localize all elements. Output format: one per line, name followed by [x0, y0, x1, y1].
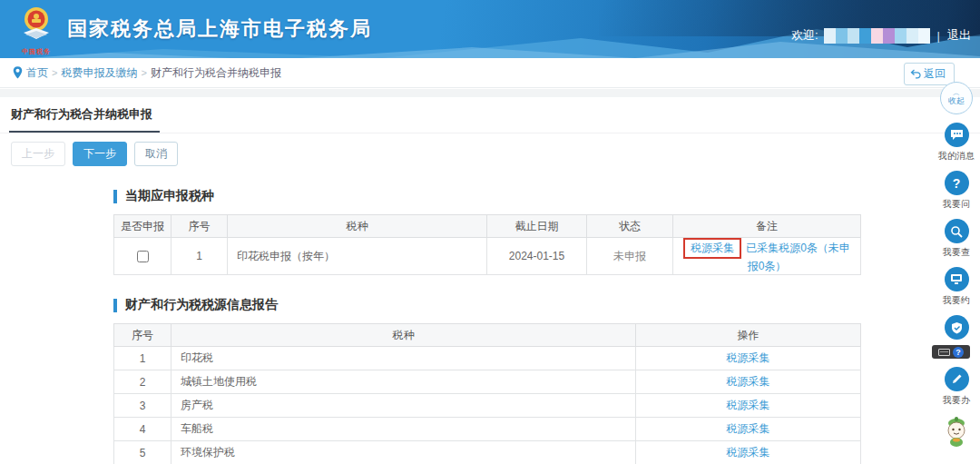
sidebar-item-search[interactable]: 我要查 — [943, 219, 970, 259]
col-seq: 序号 — [114, 324, 172, 347]
sidebar-item-label: 我要问 — [943, 198, 970, 211]
welcome-label: 欢迎: — [791, 27, 818, 44]
redacted-name — [824, 28, 930, 44]
national-emblem-icon — [16, 4, 56, 44]
status-cell: 未申报 — [587, 238, 673, 275]
col-tax-type: 税种 — [172, 324, 636, 347]
tab-bar: 财产和行为税合并纳税申报 — [0, 97, 980, 133]
cancel-button[interactable]: 取消 — [134, 142, 178, 166]
sidebar-item-label: 我的消息 — [938, 150, 975, 163]
collapse-sidebar-button[interactable]: ︿ 收起 — [940, 82, 973, 114]
table-header-row: 是否申报 序号 税种 截止日期 状态 备注 — [114, 215, 861, 238]
table-row: 1 印花税申报（按年） 2024-01-15 未申报 税源采集已采集税源0条（未… — [114, 238, 861, 275]
tax-type-cell: 城镇土地使用税 — [172, 370, 636, 394]
section-marker — [113, 299, 117, 312]
sidebar-item-messages[interactable]: 我的消息 — [938, 123, 975, 163]
tax-type-cell: 车船税 — [172, 418, 636, 441]
sidebar-item-label: 我要办 — [943, 394, 970, 407]
tab-property-behavior-tax[interactable]: 财产和行为税合并纳税申报 — [9, 97, 160, 133]
seq-cell: 1 — [114, 347, 172, 370]
table-row: 4 车船税 税源采集 — [114, 418, 861, 441]
seq-cell: 5 — [114, 441, 172, 464]
col-seq: 序号 — [172, 215, 228, 238]
current-period-table: 是否申报 序号 税种 截止日期 状态 备注 1 印花税申报（按年） 2024-0… — [113, 214, 861, 275]
seq-cell: 2 — [114, 370, 172, 394]
section-title: 当期应申报税种 — [125, 188, 214, 204]
next-step-button[interactable]: 下一步 — [73, 142, 127, 166]
table-row: 5 环境保护税 税源采集 — [114, 441, 861, 464]
breadcrumb: 首页 > 税费申报及缴纳 > 财产和行为税合并纳税申报 返回 — [0, 58, 980, 88]
col-declare: 是否申报 — [114, 215, 172, 238]
declare-checkbox[interactable] — [137, 251, 149, 262]
section-current-period: 当期应申报税种 — [113, 188, 980, 204]
table-row: 3 房产税 税源采集 — [114, 394, 861, 418]
breadcrumb-declare[interactable]: 税费申报及缴纳 — [61, 65, 137, 81]
main-content: 财产和行为税合并纳税申报 上一步 下一步 取消 当期应申报税种 是否申报 序号 … — [0, 97, 980, 464]
question-icon: ? — [945, 171, 969, 195]
seq-cell: 1 — [172, 238, 228, 275]
tax-type-cell: 印花税 — [172, 347, 636, 370]
highlight-annotation-box: 税源采集 — [683, 238, 741, 259]
user-area: 欢迎: | 退出 — [791, 27, 971, 44]
collected-count-link[interactable]: 已采集税源0条（未申报0条） — [746, 242, 850, 272]
section-title: 财产和行为税税源信息报告 — [125, 297, 278, 313]
back-label: 返回 — [924, 66, 946, 82]
tax-source-table: 序号 税种 操作 1 印花税 税源采集 2 城镇土地使用税 税源采集 3 房产税… — [113, 323, 861, 464]
table-row: 2 城镇土地使用税 税源采集 — [114, 370, 861, 394]
app-header: 中国税务 国家税务总局上海市电子税务局 欢迎: | 退出 — [0, 0, 980, 58]
tax-type-cell: 印花税申报（按年） — [228, 238, 487, 275]
col-deadline: 截止日期 — [487, 215, 587, 238]
tax-source-collect-link[interactable]: 税源采集 — [727, 351, 770, 364]
back-arrow-icon — [910, 69, 921, 79]
tax-source-collect-link[interactable]: 税源采集 — [727, 375, 770, 388]
section-marker — [113, 190, 117, 203]
breadcrumb-current: 财产和行为税合并纳税申报 — [151, 65, 281, 81]
col-status: 状态 — [587, 215, 673, 238]
table-row: 1 印花税 税源采集 — [114, 347, 861, 370]
wizard-buttons: 上一步 下一步 取消 — [11, 142, 980, 166]
tax-source-collect-link[interactable]: 税源采集 — [727, 399, 770, 411]
tax-type-cell: 房产税 — [172, 394, 636, 418]
search-icon — [945, 219, 969, 243]
previous-step-button[interactable]: 上一步 — [11, 142, 65, 166]
tax-bureau-logo: 中国税务 — [13, 4, 60, 56]
divider: | — [937, 29, 940, 43]
chat-icon — [945, 123, 969, 147]
screen-icon — [945, 267, 969, 291]
sidebar-item-label: 我要约 — [943, 294, 970, 307]
tax-source-collect-link[interactable]: 税源采集 — [727, 422, 770, 435]
pencil-icon — [945, 367, 969, 391]
breadcrumb-home[interactable]: 首页 — [26, 65, 48, 81]
col-tax-type: 税种 — [228, 215, 487, 238]
remark-cell: 税源采集已采集税源0条（未申报0条） — [673, 238, 861, 275]
help-icon[interactable]: ? — [953, 347, 964, 358]
col-remark: 备注 — [673, 215, 861, 238]
section-divider — [0, 89, 980, 97]
collapse-label: 收起 — [948, 97, 965, 106]
seq-cell: 4 — [114, 418, 172, 441]
quick-action-sidebar: ︿ 收起 我的消息 ? 我要问 我要查 我要约 ? 我要办 — [936, 82, 977, 452]
table-header-row: 序号 税种 操作 — [114, 324, 861, 347]
col-action: 操作 — [636, 324, 861, 347]
mascot-icon[interactable] — [943, 416, 970, 452]
logout-link[interactable]: 退出 — [947, 27, 971, 44]
section-tax-source-report: 财产和行为税税源信息报告 — [113, 297, 980, 313]
sidebar-item-do[interactable]: 我要办 — [943, 367, 970, 407]
shield-icon — [945, 315, 969, 340]
tax-source-collect-link[interactable]: 税源采集 — [727, 446, 770, 459]
breadcrumb-separator: > — [52, 67, 57, 78]
tax-type-cell: 环境保护税 — [172, 441, 636, 464]
deadline-cell: 2024-01-15 — [487, 238, 587, 275]
sidebar-item-handle[interactable] — [945, 315, 969, 340]
logo-caption: 中国税务 — [13, 47, 60, 56]
breadcrumb-separator: > — [141, 67, 146, 78]
tax-source-collect-link[interactable]: 税源采集 — [691, 242, 734, 254]
sidebar-item-ask[interactable]: ? 我要问 — [943, 171, 970, 211]
sidebar-item-label: 我要查 — [943, 246, 970, 259]
location-pin-icon — [13, 66, 23, 79]
sidebar-item-appointment[interactable]: 我要约 — [943, 267, 970, 307]
input-method-overlay: ? — [932, 345, 970, 359]
seq-cell: 3 — [114, 394, 172, 418]
keyboard-icon — [938, 349, 950, 356]
page-title: 国家税务总局上海市电子税务局 — [67, 15, 372, 43]
